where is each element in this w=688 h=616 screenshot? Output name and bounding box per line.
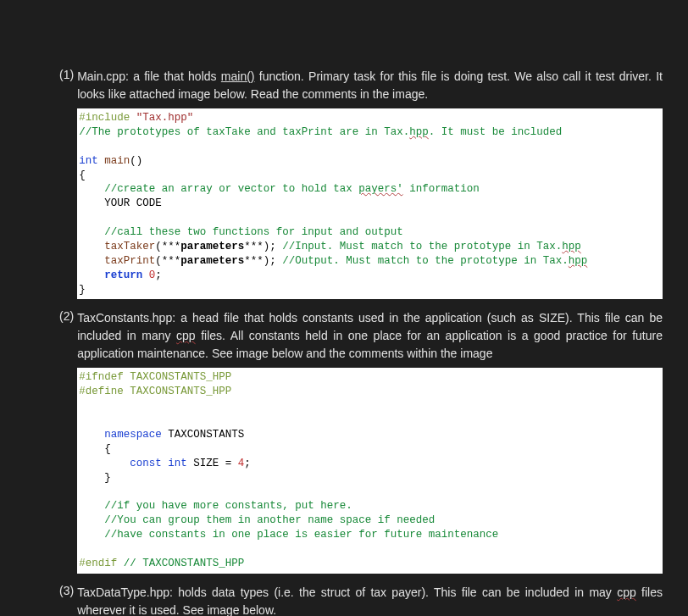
code-preproc: #define TAXCONSTANTS_HPP	[79, 386, 231, 397]
code-bold: parameters	[180, 255, 244, 267]
code-keyword: namespace	[79, 429, 162, 441]
code-brace: }	[79, 284, 86, 296]
code-id: TAXCONSTANTS	[162, 429, 245, 441]
code-paren: (***	[155, 255, 180, 267]
code-squiggle: payers'	[358, 183, 403, 195]
item-body: TaxDataType.hpp: holds data types (i.e. …	[77, 584, 663, 616]
code-squiggle: hpp	[569, 255, 588, 267]
code-block-constants: #ifndef TAXCONSTANTS_HPP #define TAXCONS…	[77, 368, 663, 573]
code-indent	[79, 255, 104, 267]
code-indent	[79, 458, 130, 469]
item-title: Main.cpp	[77, 69, 125, 83]
code-paren: ***);	[244, 255, 282, 267]
code-comment: //if you have more constants, put here.	[79, 500, 352, 512]
item-number: (3)	[25, 584, 77, 616]
code-keyword: const	[130, 458, 162, 469]
code-brace: }	[79, 472, 111, 484]
code-squiggle: hpp	[562, 241, 581, 253]
code-text: YOUR CODE	[79, 197, 162, 209]
code-comment: //call these two functions for input and…	[79, 226, 403, 238]
code-fn: main	[104, 155, 130, 167]
code-semicolon: ;	[244, 458, 251, 469]
desc-text: : a file that holds	[125, 69, 221, 83]
underlined-fn: main()	[221, 69, 255, 83]
desc-text: : holds data types (i.e. the struct of t…	[169, 585, 617, 599]
code-comment: . It must be included	[429, 126, 563, 138]
code-paren: ()	[130, 155, 142, 167]
code-comment: //create an array or vector to hold tax	[79, 183, 358, 195]
code-text: SIZE =	[187, 458, 238, 469]
code-comment: //You can group them in another name spa…	[79, 514, 435, 526]
code-indent	[79, 241, 104, 253]
code-preproc: #include	[79, 112, 136, 124]
code-keyword: return	[104, 269, 142, 281]
item-number: (1)	[25, 68, 77, 302]
code-block-main: #include "Tax.hpp" //The prototypes of t…	[77, 108, 663, 299]
item-1: (1) Main.cpp: a file that holds main() f…	[25, 68, 663, 302]
code-paren: (***	[155, 241, 180, 253]
item-description: Main.cpp: a file that holds main() funct…	[77, 68, 663, 103]
code-comment: //have constants in one place is easier …	[79, 529, 498, 541]
code-preproc: #ifndef TAXCONSTANTS_HPP	[79, 371, 231, 383]
code-squiggle: hpp	[409, 126, 429, 138]
item-description: TaxConstants.hpp: a head file that holds…	[77, 309, 663, 363]
code-bold: parameters	[180, 241, 244, 253]
code-semicolon: ;	[155, 269, 162, 281]
code-comment: // TAXCONSTANTS_HPP	[124, 558, 245, 569]
code-fn: taxTaker	[104, 241, 155, 253]
code-space	[142, 269, 149, 281]
item-number: (2)	[25, 309, 77, 576]
code-keyword: int	[168, 458, 187, 469]
desc-squiggle: cpp	[176, 329, 196, 342]
code-paren: ***);	[244, 241, 282, 253]
code-comment: //Input. Must match to the prototype in …	[282, 241, 562, 253]
code-comment: information	[403, 183, 480, 195]
code-brace: {	[79, 443, 111, 455]
item-description: TaxDataType.hpp: holds data types (i.e. …	[77, 584, 663, 616]
code-comment: //Output. Must match to the prototype in…	[282, 255, 569, 267]
code-brace: {	[79, 169, 86, 181]
code-preproc: #endif	[79, 558, 124, 569]
desc-squiggle: cpp	[617, 585, 636, 599]
item-3: (3) TaxDataType.hpp: holds data types (i…	[25, 584, 663, 616]
code-string: "Tax.hpp"	[136, 112, 194, 124]
code-fn: taxPrint	[104, 255, 155, 267]
code-indent	[79, 269, 104, 281]
item-title: TaxConstants.hpp	[77, 311, 172, 325]
item-body: Main.cpp: a file that holds main() funct…	[77, 68, 663, 302]
code-keyword: int	[79, 155, 98, 167]
code-comment: //The prototypes of taxTake and taxPrint…	[79, 126, 409, 138]
item-title: TaxDataType.hpp	[77, 585, 169, 599]
item-body: TaxConstants.hpp: a head file that holds…	[77, 309, 663, 576]
item-2: (2) TaxConstants.hpp: a head file that h…	[25, 309, 663, 576]
